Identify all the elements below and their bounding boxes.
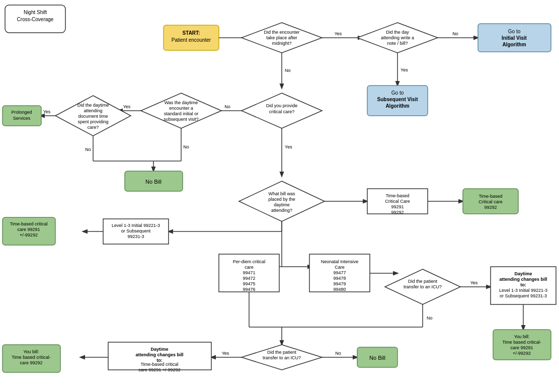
svg-text:care 99291: care 99291 [17,227,40,232]
svg-text:99476: 99476 [243,287,255,292]
svg-text:care: care [245,265,254,270]
svg-text:Services: Services [13,116,31,121]
svg-text:care?: care? [88,125,99,130]
svg-text:to:: to: [520,282,526,287]
svg-text:No: No [285,68,291,73]
svg-text:care 99291 +/-99292: care 99291 +/-99292 [138,367,180,372]
svg-text:No: No [224,104,230,109]
you-bill-right-label: You bill: [514,334,529,339]
svg-text:Patient encounter: Patient encounter [172,37,211,43]
svg-text:99471: 99471 [243,270,255,275]
svg-text:No: No [452,31,458,36]
start-label: START: [183,30,200,36]
svg-text:Yes: Yes [285,144,292,149]
svg-text:99478: 99478 [333,276,346,281]
svg-text:encounter a: encounter a [169,106,193,111]
svg-text:or Subsequent 99231-3: or Subsequent 99231-3 [500,293,547,298]
svg-text:critical care?: critical care? [269,109,295,114]
svg-text:Initial Visit: Initial Visit [502,35,527,41]
svg-text:Did the day: Did the day [386,30,409,35]
svg-text:attending: attending [84,108,102,113]
svg-text:+/-99292: +/-99292 [20,232,38,238]
svg-text:transfer to an ICU?: transfer to an ICU? [263,355,301,360]
svg-text:99472: 99472 [243,276,255,281]
svg-text:Time based critical-: Time based critical- [502,340,541,345]
svg-text:document time: document time [78,114,108,119]
svg-text:Yes: Yes [43,109,51,114]
svg-text:care 99291: care 99291 [510,345,533,350]
svg-text:care 99292: care 99292 [20,360,42,365]
svg-text:Time based critical-: Time based critical- [12,355,51,360]
tbc-left-label: Time-based critical [10,221,47,226]
svg-text:Algorithm: Algorithm [502,42,526,47]
q-icu1-label: Did the patient [408,279,438,284]
q1-line1: Did the encounter [264,30,299,35]
prolonged-services-label: Prolonged [11,110,32,115]
go-subsequent-label: Go to [391,90,404,96]
svg-text:99231-3: 99231-3 [127,234,144,239]
svg-text:Yes: Yes [123,104,131,109]
svg-text:99475: 99475 [243,281,255,286]
svg-text:99479: 99479 [333,281,346,286]
you-bill-left-label: You bill: [23,349,39,354]
svg-text:attending write a: attending write a [381,35,414,40]
level13-label: Level 1-3 Initial 99221-3 [112,223,160,228]
tcc2-label: Time-based [478,194,502,199]
svg-text:transfer to an ICU?: transfer to an ICU? [404,284,442,289]
svg-text:or Subsequent: or Subsequent [121,228,151,233]
svg-text:Yes: Yes [401,67,408,72]
neonatal-label: Neonatal Intensive [321,259,359,264]
svg-text:Care: Care [335,265,345,270]
svg-text:Subsequent Visit: Subsequent Visit [377,97,419,102]
svg-text:Cross-Coverage: Cross-Coverage [17,17,54,22]
svg-text:Was the daytime: Was the daytime [165,100,198,105]
svg-text:Yes: Yes [222,351,229,356]
svg-text:placed by the: placed by the [268,197,295,202]
night-shift-label: Night Shift [24,10,47,15]
svg-text:No: No [183,144,189,149]
svg-text:Level 1-3 Initial 99221-3: Level 1-3 Initial 99221-3 [499,288,547,293]
svg-text:99480: 99480 [333,287,346,292]
go-initial-label: Go to [508,29,521,34]
svg-text:Algorithm: Algorithm [385,103,409,109]
svg-text:Did you provide: Did you provide [266,103,298,108]
svg-text:spent providing: spent providing [77,119,108,124]
svg-text:What bill was: What bill was [268,191,295,196]
svg-text:midnight?: midnight? [272,41,291,46]
svg-text:Time-based critical: Time-based critical [140,362,178,367]
svg-text:99292: 99292 [484,205,497,210]
svg-text:No: No [85,147,91,152]
svg-text:attending changes bill: attending changes bill [135,352,183,357]
svg-text:attending?: attending? [271,208,292,213]
tcc1-label: Time-based [385,193,409,198]
svg-text:Yes: Yes [335,31,342,36]
q-icu2-label: Did the patient [267,350,297,355]
svg-text:99291: 99291 [391,204,404,209]
svg-text:daytime: daytime [274,202,290,207]
svg-text:+/-99292: +/-99292 [513,351,531,356]
svg-text:No: No [427,316,433,321]
daytime-changes1-label: Daytime [514,271,532,276]
no-bill-2-label: No Bill [369,355,385,361]
daytime-changes2-label: Daytime [150,347,168,352]
flowchart-container: Night Shift Cross-Coverage START: Patien… [0,0,559,392]
perdiem-label: Per-diem critical [233,259,266,264]
svg-text:take place after: take place after [266,35,297,40]
svg-text:subsequent visit?: subsequent visit? [164,117,199,122]
svg-text:Yes: Yes [470,280,478,285]
svg-text:note / bill?: note / bill? [387,41,408,46]
svg-text:No: No [335,351,341,356]
svg-marker-31 [141,93,221,128]
svg-text:Critical Care: Critical Care [385,199,410,204]
svg-text:Did the daytime: Did the daytime [77,103,109,108]
no-bill-1-label: No Bill [145,179,162,185]
svg-text:99477: 99477 [333,270,346,275]
svg-text:standard initial or: standard initial or [164,111,199,116]
svg-text:attending changes bill: attending changes bill [499,277,547,282]
svg-text:99292: 99292 [391,210,404,215]
svg-text:Critical care: Critical care [478,199,503,204]
